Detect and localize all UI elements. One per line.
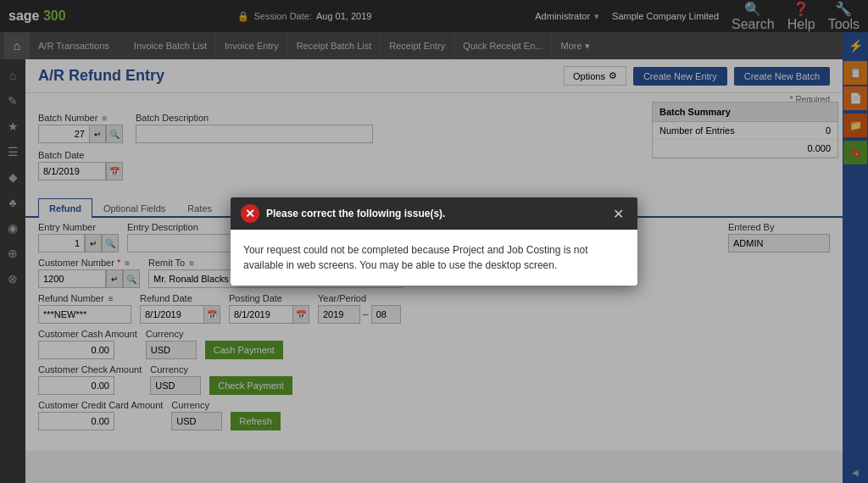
modal-error-icon: ✕ bbox=[241, 204, 259, 223]
error-modal-overlay: ✕ Please correct the following issue(s).… bbox=[0, 0, 868, 483]
modal-close-button[interactable]: ✕ bbox=[609, 206, 627, 222]
modal-title: Please correct the following issue(s). bbox=[266, 208, 603, 219]
error-modal: ✕ Please correct the following issue(s).… bbox=[231, 197, 637, 286]
modal-header: ✕ Please correct the following issue(s).… bbox=[231, 197, 637, 230]
modal-body: Your request could not be completed beca… bbox=[231, 230, 637, 286]
